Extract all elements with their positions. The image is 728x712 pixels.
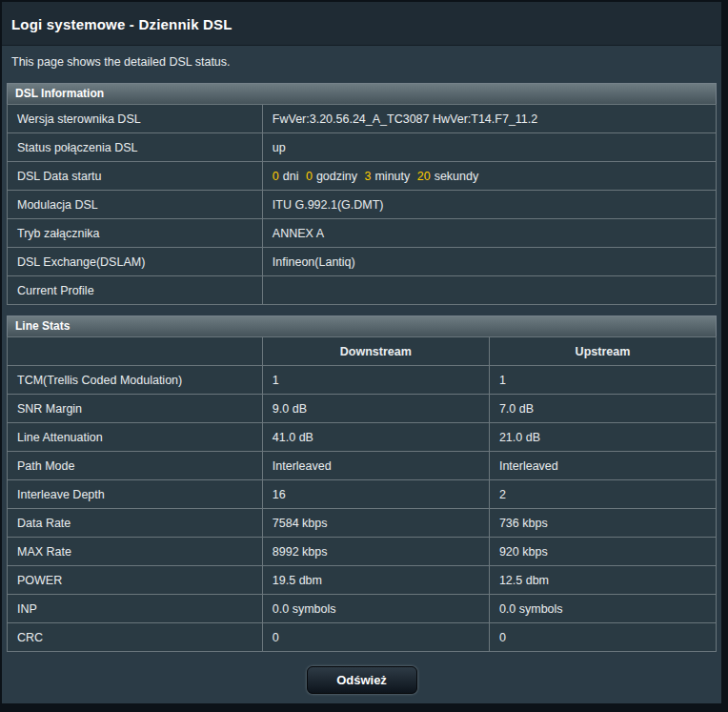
downstream-value: Interleaved (262, 452, 489, 480)
row-label: INP (8, 595, 263, 623)
table-row: Interleave Depth 16 2 (8, 480, 717, 509)
uptime-days-unit: dni (283, 170, 299, 183)
upstream-value: 12.5 dbm (489, 566, 716, 595)
corner-cell (8, 337, 263, 366)
table-row: DSL Exchange(DSLAM) Infineon(Lantiq) (8, 248, 717, 276)
uptime-minutes-unit: minuty (374, 170, 410, 183)
row-label: MAX Rate (8, 538, 263, 566)
upstream-value: 0 (489, 623, 716, 652)
table-row: Tryb załącznika ANNEX A (8, 219, 717, 248)
page-description: This page shows the detailed DSL status. (11, 55, 712, 69)
row-label: Interleave Depth (8, 480, 263, 509)
button-row: Odśwież (7, 662, 717, 694)
table-row: SNR Margin 9.0 dB 7.0 dB (8, 395, 717, 423)
upstream-value: Interleaved (489, 452, 716, 480)
row-label: DSL Exchange(DSLAM) (8, 248, 263, 276)
upstream-value: 7.0 dB (489, 395, 716, 423)
table-row: Status połączenia DSL up (8, 133, 717, 162)
refresh-button[interactable]: Odśwież (307, 666, 417, 694)
section-header-line-stats: Line Stats (7, 315, 717, 336)
page-title: Logi systemowe - Dziennik DSL (11, 16, 712, 32)
row-value: up (262, 133, 716, 162)
upstream-value: 1 (489, 366, 716, 395)
row-label: Modulacja DSL (8, 191, 263, 219)
table-row: INP 0.0 symbols 0.0 symbols (8, 595, 717, 623)
upstream-value: 2 (489, 480, 716, 509)
row-label: TCM(Trellis Coded Modulation) (8, 366, 263, 395)
row-value: FwVer:3.20.56.24_A_TC3087 HwVer:T14.F7_1… (262, 105, 716, 133)
section-header-dsl-information: DSL Information (7, 83, 717, 104)
downstream-value: 8992 kbps (262, 538, 489, 566)
uptime-seconds: 20 (417, 170, 431, 183)
table-row: Current Profile (8, 276, 717, 305)
table-row: CRC 0 0 (8, 623, 717, 652)
table-row: POWER 19.5 dbm 12.5 dbm (8, 566, 717, 595)
table-row: Modulacja DSL ITU G.992.1(G.DMT) (8, 191, 717, 219)
content: This page shows the detailed DSL status.… (2, 46, 721, 703)
table-row: MAX Rate 8992 kbps 920 kbps (8, 538, 717, 566)
title-bar: Logi systemowe - Dziennik DSL (2, 2, 721, 46)
table-row: DSL Data startu 0dni 0godziny 3minuty 20… (8, 162, 717, 191)
row-label: Current Profile (8, 276, 263, 305)
upstream-value: 0.0 symbols (489, 595, 716, 623)
line-stats-table: Downstream Upstream TCM(Trellis Coded Mo… (7, 336, 717, 652)
upstream-value: 920 kbps (489, 538, 716, 566)
row-label: Line Attenuation (8, 423, 263, 452)
table-row: TCM(Trellis Coded Modulation) 1 1 (8, 366, 717, 395)
table-row: Path Mode Interleaved Interleaved (8, 452, 717, 480)
row-label: DSL Data startu (8, 162, 263, 191)
row-label: Path Mode (8, 452, 263, 480)
upstream-value: 21.0 dB (489, 423, 716, 452)
downstream-value: 7584 kbps (262, 509, 489, 538)
table-header-row: Downstream Upstream (8, 337, 717, 366)
column-header-upstream: Upstream (489, 337, 716, 366)
downstream-value: 1 (262, 366, 489, 395)
row-value (262, 276, 716, 305)
row-label: CRC (8, 623, 263, 652)
table-row: Line Attenuation 41.0 dB 21.0 dB (8, 423, 717, 452)
row-value: Infineon(Lantiq) (262, 248, 716, 276)
downstream-value: 9.0 dB (262, 395, 489, 423)
row-value: ANNEX A (262, 219, 716, 248)
uptime-hours: 0 (306, 170, 313, 183)
row-label: Tryb załącznika (8, 219, 263, 248)
upstream-value: 736 kbps (489, 509, 716, 538)
uptime-minutes: 3 (364, 170, 371, 183)
row-value: ITU G.992.1(G.DMT) (262, 191, 716, 219)
row-label: Data Rate (8, 509, 263, 538)
page: Logi systemowe - Dziennik DSL This page … (0, 0, 728, 712)
downstream-value: 0 (262, 623, 489, 652)
row-label: Wersja sterownika DSL (8, 105, 263, 133)
row-label: POWER (8, 566, 263, 595)
downstream-value: 0.0 symbols (262, 595, 489, 623)
dsl-information-table: Wersja sterownika DSL FwVer:3.20.56.24_A… (7, 104, 717, 305)
uptime-days: 0 (273, 170, 279, 183)
row-label: SNR Margin (8, 395, 263, 423)
row-label: Status połączenia DSL (8, 133, 263, 162)
downstream-value: 19.5 dbm (262, 566, 489, 595)
uptime-seconds-unit: sekundy (435, 170, 479, 183)
downstream-value: 16 (262, 480, 489, 509)
column-header-downstream: Downstream (262, 337, 489, 366)
uptime-hours-unit: godziny (316, 170, 357, 183)
row-value-uptime: 0dni 0godziny 3minuty 20sekundy (262, 162, 716, 191)
table-row: Data Rate 7584 kbps 736 kbps (8, 509, 717, 538)
downstream-value: 41.0 dB (262, 423, 489, 452)
table-row: Wersja sterownika DSL FwVer:3.20.56.24_A… (8, 105, 717, 133)
